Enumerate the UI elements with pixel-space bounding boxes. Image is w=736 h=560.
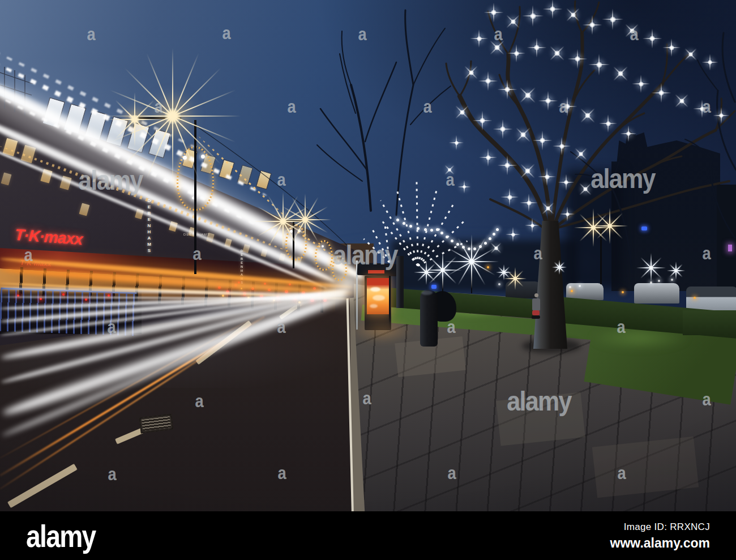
- watermark-a: a: [277, 171, 285, 189]
- watermark-a: a: [108, 465, 116, 483]
- watermark-a: a: [107, 318, 115, 336]
- watermark-a: a: [447, 464, 456, 482]
- watermark-a: a: [559, 98, 567, 116]
- watermark-a: a: [533, 245, 542, 262]
- alamy-logo: alamy: [26, 518, 96, 554]
- watermark-a: a: [222, 24, 230, 42]
- watermark-a: a: [195, 392, 203, 410]
- watermark-a: a: [630, 25, 638, 43]
- watermark-a: a: [277, 318, 285, 336]
- watermark-a: a: [287, 98, 296, 116]
- watermark-a: a: [24, 246, 32, 264]
- watermark-a: a: [447, 318, 455, 336]
- watermark-a: a: [358, 25, 366, 43]
- watermark-a: a: [494, 25, 502, 43]
- watermark-a: a: [192, 245, 201, 263]
- alamy-url: www.alamy.com: [610, 536, 710, 551]
- watermark-alamy: alamy: [78, 166, 142, 194]
- image-id-text: Image ID: RRXNCJ: [610, 521, 710, 533]
- watermark-a: a: [423, 98, 431, 116]
- watermark-a: a: [617, 318, 625, 336]
- watermark-alamy: alamy: [507, 387, 571, 415]
- watermark-a: a: [702, 245, 711, 262]
- watermark-a: a: [277, 464, 286, 482]
- watermark-a: a: [362, 390, 371, 407]
- watermark-a: a: [617, 464, 626, 482]
- watermark-alamy: alamy: [333, 241, 397, 269]
- stock-photo-page: T·K·maxx T·K·maxx DEBENHAMS DEBENHAMS DE…: [0, 0, 736, 560]
- watermark-a: a: [702, 98, 711, 116]
- watermark-a: a: [446, 171, 454, 189]
- watermark-a: a: [154, 98, 162, 116]
- watermark-alamy: alamy: [590, 165, 654, 193]
- night-street-photo: T·K·maxx T·K·maxx DEBENHAMS DEBENHAMS DE…: [0, 0, 736, 511]
- footer-right-block: Image ID: RRXNCJ www.alamy.com: [610, 521, 710, 551]
- alamy-footer-bar: alamy Image ID: RRXNCJ www.alamy.com: [0, 511, 736, 560]
- watermark-a: a: [702, 391, 711, 408]
- watermark-a: a: [87, 25, 95, 43]
